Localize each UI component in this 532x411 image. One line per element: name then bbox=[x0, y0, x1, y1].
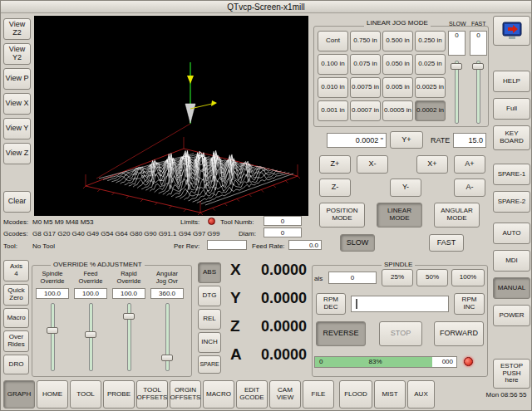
keyboard-button[interactable]: KEY BOARD bbox=[493, 125, 530, 150]
jog-increment[interactable]: 0.0075 in bbox=[350, 77, 381, 98]
jog-increment[interactable]: 0.750 in bbox=[350, 31, 381, 51]
rate-label: RATE bbox=[431, 136, 450, 144]
jog-increment[interactable]: 0.025 in bbox=[415, 54, 446, 75]
view-p-button[interactable]: View P bbox=[3, 68, 31, 90]
tab-macro[interactable]: Macro bbox=[3, 308, 29, 328]
mdi-mode-button[interactable]: MDI bbox=[493, 250, 530, 272]
slider-handle[interactable] bbox=[85, 331, 96, 338]
bottom-tab-tool-offsets[interactable]: TOOL OFFSETS bbox=[136, 380, 168, 409]
view-y2-button[interactable]: View Y2 bbox=[3, 43, 31, 65]
tool-label: Tool: bbox=[3, 242, 17, 250]
jog-increment[interactable]: 0.0025 in bbox=[415, 77, 446, 98]
spindle-preset-50-button[interactable]: 50% bbox=[416, 269, 448, 286]
jog-increment-selected[interactable]: 0.0002 in bbox=[415, 100, 446, 121]
slider-track bbox=[51, 303, 55, 371]
manual-mode-button[interactable]: MANUAL bbox=[493, 277, 530, 299]
gcode-backplot-view[interactable] bbox=[34, 16, 308, 216]
view-x-button[interactable]: View X bbox=[3, 93, 31, 115]
feed-override-slider[interactable] bbox=[85, 303, 96, 371]
full-button[interactable]: Full bbox=[493, 98, 530, 120]
bottom-tab-tool[interactable]: TOOL bbox=[70, 380, 101, 409]
jog-increment[interactable]: 0.001 in bbox=[318, 100, 348, 121]
jog-increment[interactable]: 0.500 in bbox=[382, 31, 413, 51]
rapid-override-slider[interactable] bbox=[123, 303, 135, 371]
jog-z-plus-button[interactable]: Z+ bbox=[319, 155, 351, 174]
jog-increment[interactable]: 0.075 in bbox=[350, 54, 381, 75]
jog-z-minus-button[interactable]: Z- bbox=[319, 179, 351, 197]
jog-increment[interactable]: 0.0005 in bbox=[382, 100, 413, 121]
feed-override-display: 100.0 bbox=[74, 288, 107, 299]
jog-increment-readout: 0.0002 " bbox=[327, 133, 387, 148]
bottom-tab-cam-view[interactable]: CAM VIEW bbox=[269, 380, 301, 409]
angular-mode-button[interactable]: ANGULAR MODE bbox=[434, 203, 480, 228]
spare-2-button[interactable]: SPARE-2 bbox=[493, 191, 530, 213]
tab-over-rides[interactable]: Over Rides bbox=[3, 330, 29, 352]
slider-handle[interactable] bbox=[451, 63, 462, 70]
view-z2-button[interactable]: View Z2 bbox=[3, 18, 31, 40]
jog-increment[interactable]: 0.250 in bbox=[415, 31, 446, 51]
spindle-forward-button[interactable]: FORWARD bbox=[434, 321, 484, 346]
jog-a-minus-button[interactable]: A- bbox=[454, 179, 485, 197]
bottom-tab-file[interactable]: FILE bbox=[303, 380, 334, 409]
bottom-tab-origin-offsets[interactable]: ORGIN OFFSETS bbox=[170, 380, 201, 409]
jog-increment-cont[interactable]: Cont bbox=[318, 31, 348, 51]
dro-mode-rel[interactable]: REL bbox=[198, 309, 221, 330]
spindle-led bbox=[464, 357, 473, 366]
jog-increment[interactable]: 0.100 in bbox=[318, 54, 348, 75]
spindle-preset-100-button[interactable]: 100% bbox=[451, 269, 485, 286]
dro-mode-abs[interactable]: ABS bbox=[198, 262, 221, 283]
spare-1-button[interactable]: SPARE-1 bbox=[493, 164, 530, 185]
spindle-stop-button[interactable]: STOP bbox=[379, 321, 422, 346]
slider-handle[interactable] bbox=[123, 313, 135, 320]
linear-mode-button[interactable]: LINEAR MODE bbox=[377, 203, 422, 228]
spindle-bar-percent-label: 83% bbox=[369, 357, 382, 367]
jog-a-plus-button[interactable]: A+ bbox=[454, 155, 485, 174]
slider-handle[interactable] bbox=[472, 63, 484, 70]
view-z-button[interactable]: View Z bbox=[3, 143, 31, 164]
jog-slow-button[interactable]: SLOW bbox=[340, 234, 375, 252]
jog-y-minus-button[interactable]: Y- bbox=[390, 179, 421, 197]
view-y-button[interactable]: View Y bbox=[3, 118, 31, 139]
jog-fast-slider[interactable] bbox=[472, 61, 484, 124]
spindle-preset-25-button[interactable]: 25% bbox=[382, 269, 413, 286]
jog-x-minus-button[interactable]: X- bbox=[357, 155, 388, 174]
rpm-inc-button[interactable]: RPM INC bbox=[454, 293, 485, 315]
bottom-tab-home[interactable]: HOME bbox=[37, 380, 68, 409]
jog-y-plus-button[interactable]: Y+ bbox=[390, 131, 423, 149]
jog-x-plus-button[interactable]: X+ bbox=[416, 155, 448, 174]
spindle-reverse-button[interactable]: REVERSE bbox=[316, 321, 366, 346]
tab-dro[interactable]: DRO bbox=[3, 355, 29, 374]
bottom-tab-probe[interactable]: PROBE bbox=[103, 380, 135, 409]
dro-mode-inch[interactable]: INCH bbox=[198, 332, 221, 353]
dro-mode-spare[interactable]: SPARE bbox=[198, 355, 221, 374]
jog-increment[interactable]: 0.010 in bbox=[318, 77, 348, 98]
titlebar[interactable]: QTvcp-Screen-x1mill bbox=[1, 1, 531, 13]
spindle-override-slider[interactable] bbox=[47, 303, 58, 371]
jog-slow-slider[interactable] bbox=[451, 61, 462, 124]
help-button[interactable]: HELP bbox=[493, 71, 530, 92]
auto-mode-button[interactable]: AUTO bbox=[493, 223, 530, 244]
clear-view-button[interactable]: Clear bbox=[3, 191, 31, 213]
jog-increment[interactable]: 0.050 in bbox=[382, 54, 413, 75]
tab-quick-zero[interactable]: Quick Zero bbox=[3, 284, 29, 306]
mist-button[interactable]: MIST bbox=[374, 380, 406, 409]
tab-axis-4[interactable]: Axis 4 bbox=[3, 260, 29, 281]
dro-mode-dtg[interactable]: DTG bbox=[198, 286, 221, 306]
jog-increment[interactable]: 0.005 in bbox=[382, 77, 413, 98]
spindle-override-caption: als bbox=[314, 275, 323, 282]
position-mode-button[interactable]: POSITION MODE bbox=[319, 203, 365, 228]
jog-increment[interactable]: 0.0007 in bbox=[350, 100, 381, 121]
slider-handle[interactable] bbox=[47, 327, 58, 334]
bottom-tab-edit-gcode[interactable]: EDIT GCODE bbox=[236, 380, 268, 409]
estop-button[interactable]: ESTOP PUSH here bbox=[493, 359, 530, 389]
aux-button[interactable]: AUX bbox=[407, 380, 435, 409]
angular-jog-override-slider[interactable] bbox=[161, 303, 173, 371]
bottom-tab-macro[interactable]: MACRO bbox=[203, 380, 234, 409]
slider-handle[interactable] bbox=[161, 355, 173, 361]
jog-fast-button[interactable]: FAST bbox=[429, 234, 464, 252]
bottom-tab-graph[interactable]: GRAPH bbox=[3, 380, 35, 409]
exit-screen-button[interactable] bbox=[493, 16, 530, 46]
flood-button[interactable]: FLOOD bbox=[339, 380, 372, 409]
power-button[interactable]: POWER bbox=[493, 305, 530, 326]
rpm-dec-button[interactable]: RPM DEC bbox=[316, 293, 346, 315]
